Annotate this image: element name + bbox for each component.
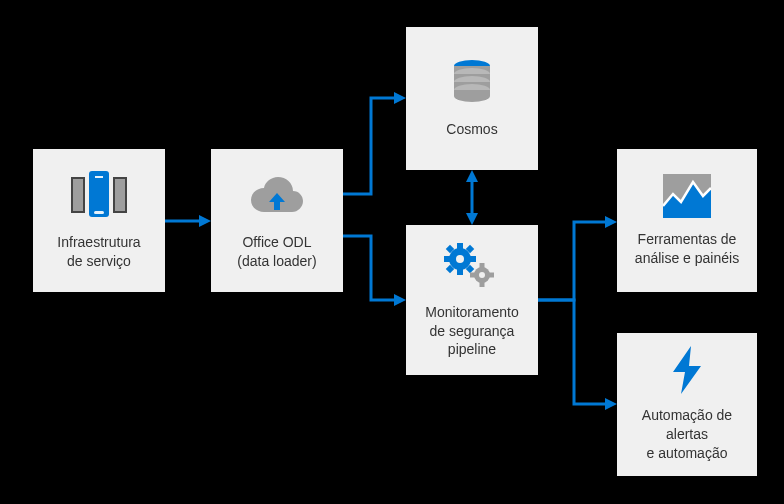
svg-rect-5 <box>95 176 103 178</box>
box-label: Office ODL(data loader) <box>237 233 316 271</box>
arrow-odl-to-monitor <box>343 232 406 308</box>
servers-icon <box>67 171 131 221</box>
chart-icon <box>663 174 711 218</box>
svg-marker-36 <box>605 398 617 410</box>
svg-rect-14 <box>444 256 450 262</box>
svg-point-20 <box>456 255 464 263</box>
svg-rect-22 <box>480 263 485 268</box>
box-automation: Automação de alertase automação <box>617 333 757 476</box>
svg-rect-6 <box>94 211 104 214</box>
svg-rect-23 <box>480 282 485 287</box>
box-label: Infraestruturade serviço <box>57 233 140 271</box>
box-label: Cosmos <box>446 120 497 139</box>
box-office-odl: Office ODL(data loader) <box>211 149 343 292</box>
box-analysis-tools: Ferramentas deanálise e painéis <box>617 149 757 292</box>
svg-marker-34 <box>466 213 478 225</box>
arrow-odl-to-cosmos <box>343 90 406 200</box>
svg-rect-3 <box>115 179 125 211</box>
arrow-monitor-to-auto <box>538 296 617 412</box>
gears-icon <box>442 241 502 291</box>
svg-rect-15 <box>470 256 476 262</box>
svg-marker-30 <box>394 92 406 104</box>
svg-rect-1 <box>73 179 83 211</box>
box-infrastructure: Infraestruturade serviço <box>33 149 165 292</box>
box-label: Monitoramentode segurançapipeline <box>425 303 518 360</box>
svg-point-26 <box>479 272 485 278</box>
arrow-monitor-to-tools <box>538 214 617 308</box>
box-label: Ferramentas deanálise e painéis <box>635 230 739 268</box>
svg-marker-31 <box>394 294 406 306</box>
arrow-infra-to-odl <box>165 214 211 228</box>
arrow-cosmos-monitor-bidir <box>465 170 479 225</box>
svg-rect-12 <box>457 243 463 249</box>
svg-marker-29 <box>199 215 211 227</box>
box-cosmos: Cosmos <box>406 27 538 170</box>
cloud-upload-icon <box>245 171 309 221</box>
svg-rect-13 <box>457 269 463 275</box>
svg-rect-25 <box>489 272 494 277</box>
box-label: Automação de alertase automação <box>625 406 749 463</box>
box-monitoring: Monitoramentode segurançapipeline <box>406 225 538 375</box>
database-icon <box>447 58 497 108</box>
lightning-icon <box>667 346 707 394</box>
svg-rect-24 <box>470 272 475 277</box>
svg-marker-35 <box>605 216 617 228</box>
